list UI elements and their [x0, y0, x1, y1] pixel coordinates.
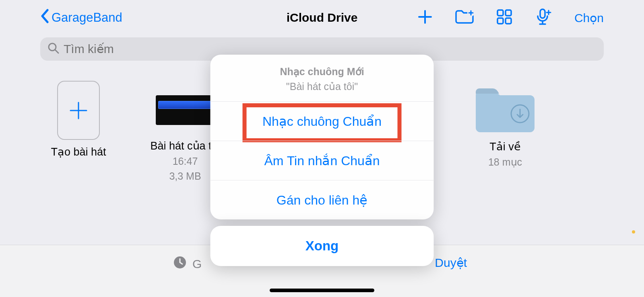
action-sheet-main: Nhạc chuông Mới "Bài hát của tôi" Nhạc c…: [211, 55, 434, 219]
option-standard-texttone[interactable]: Âm Tin nhắn Chuẩn: [211, 141, 434, 180]
option-label: Nhạc chuông Chuẩn: [262, 114, 382, 129]
action-sheet: Nhạc chuông Mới "Bài hát của tôi" Nhạc c…: [211, 55, 434, 266]
done-label: Xong: [305, 238, 339, 254]
option-assign-contact[interactable]: Gán cho liên hệ: [211, 180, 434, 219]
done-button[interactable]: Xong: [211, 226, 434, 266]
action-sheet-subtitle: "Bài hát của tôi": [219, 81, 426, 92]
action-sheet-title: Nhạc chuông Mới: [219, 66, 426, 78]
option-label: Âm Tin nhắn Chuẩn: [264, 153, 380, 168]
option-standard-ringtone[interactable]: Nhạc chuông Chuẩn: [211, 101, 434, 141]
action-sheet-header: Nhạc chuông Mới "Bài hát của tôi": [211, 55, 434, 101]
option-label: Gán cho liên hệ: [277, 193, 367, 208]
